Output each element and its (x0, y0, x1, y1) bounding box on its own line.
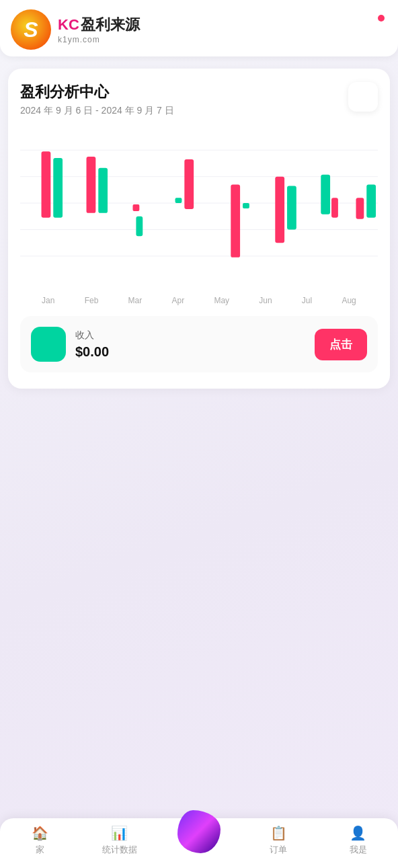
svg-rect-8 (98, 168, 108, 213)
brand-subtitle: k1ym.com (58, 35, 140, 44)
income-amount: $0.00 (75, 344, 305, 360)
svg-rect-15 (275, 177, 284, 243)
nav-home[interactable]: 🏠 家 (0, 825, 79, 856)
nav-orders[interactable]: 📋 订单 (239, 825, 318, 856)
svg-rect-5 (42, 151, 51, 218)
chart-label-aug: Aug (342, 296, 356, 305)
svg-rect-18 (331, 198, 338, 218)
nav-home-label: 家 (36, 844, 44, 856)
nav-profile-label: 我是 (350, 844, 367, 856)
nav-profile[interactable]: 👤 我是 (319, 825, 398, 856)
nav-orders-label: 订单 (270, 844, 287, 856)
logo-letter: S (24, 17, 38, 42)
svg-rect-20 (356, 198, 364, 219)
income-section: 收入 $0.00 点击 (20, 316, 378, 372)
svg-rect-14 (231, 184, 240, 257)
income-info: 收入 $0.00 (75, 329, 305, 360)
svg-rect-21 (243, 203, 249, 208)
main-card: 盈利分析中心 2024 年 9 月 6 日 - 2024 年 9 月 7 日 (8, 69, 390, 389)
page-title: 盈利分析中心 (20, 82, 174, 102)
app-logo: S (11, 9, 51, 50)
chart-label-feb: Feb (85, 296, 99, 305)
svg-rect-11 (175, 198, 182, 203)
center-blob-icon (177, 810, 221, 853)
click-button[interactable]: 点击 (315, 329, 367, 360)
app-header: S KC 盈利来源 k1ym.com (0, 0, 398, 56)
chart-label-jun: Jun (259, 296, 272, 305)
income-label: 收入 (75, 329, 305, 342)
header-text: KC 盈利来源 k1ym.com (58, 15, 140, 44)
chart-label-jul: Jul (302, 296, 312, 305)
svg-rect-9 (132, 204, 139, 211)
options-button[interactable] (348, 82, 378, 112)
header-left: S KC 盈利来源 k1ym.com (11, 9, 140, 50)
profile-icon: 👤 (350, 825, 366, 841)
svg-rect-16 (287, 186, 296, 229)
bottom-nav: 🏠 家 📊 统计数据 📋 订单 👤 我是 (0, 818, 398, 868)
home-icon: 🏠 (32, 825, 48, 841)
chart-label-mar: Mar (128, 296, 143, 305)
nav-center[interactable] (159, 810, 239, 856)
date-range: 2024 年 9 月 6 日 - 2024 年 9 月 7 日 (20, 105, 174, 117)
nav-stats-label: 统计数据 (102, 844, 137, 856)
svg-rect-6 (53, 158, 63, 218)
app-brand: KC 盈利来源 (58, 15, 140, 35)
brand-kc: KC (58, 16, 79, 34)
brand-rest: 盈利来源 (81, 15, 140, 35)
svg-rect-12 (184, 159, 194, 209)
profit-chart (20, 130, 378, 281)
svg-rect-10 (136, 216, 143, 237)
nav-stats[interactable]: 📊 统计数据 (79, 825, 159, 856)
notification-dot (378, 15, 385, 22)
chart-container: Jan Feb Mar Apr May Jun Jul Aug (20, 130, 378, 305)
income-icon (31, 327, 66, 362)
stats-icon: 📊 (111, 825, 128, 841)
svg-rect-19 (366, 184, 376, 217)
chart-label-apr: Apr (171, 296, 184, 305)
chart-x-labels: Jan Feb Mar Apr May Jun Jul Aug (20, 296, 378, 305)
chart-label-jan: Jan (42, 296, 54, 305)
chart-label-may: May (214, 296, 229, 305)
svg-rect-17 (321, 175, 330, 214)
orders-icon: 📋 (270, 825, 287, 841)
svg-rect-7 (87, 157, 96, 213)
